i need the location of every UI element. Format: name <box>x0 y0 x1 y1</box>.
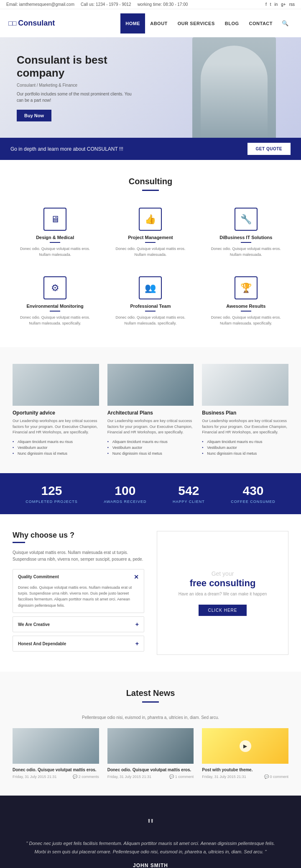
news-comments-1: 💬 1 comment <box>169 775 194 779</box>
consulting-pre: Get your <box>212 570 234 577</box>
portfolio-list-item: Aliquam tincidunt mauris eu risus <box>107 439 194 445</box>
buy-now-button[interactable]: Buy Now <box>17 110 51 121</box>
service-icon-1: 👍 <box>139 208 162 231</box>
nav-blog[interactable]: Blog <box>220 13 244 33</box>
social-rss[interactable]: rss <box>289 2 295 7</box>
service-item-2: 🔧 DiBusiness IT Solutions Donec odio. Qu… <box>204 203 288 262</box>
logo-text: Consulant <box>18 19 55 28</box>
accordion-header-0[interactable]: Quality Commitment ✕ <box>13 569 144 585</box>
service-name-3: Environmental Monitoring <box>17 304 93 309</box>
stat-label-1: Awards Received <box>104 500 146 504</box>
consulting-subtitle: Have an idea a dream? We can make it hap… <box>179 592 267 596</box>
stat-number-2: 542 <box>173 484 205 498</box>
portfolio-item-2: Business Plan Our Leadership workshops a… <box>202 364 288 456</box>
service-item-3: ⚙ Environmental Monitoring Donec odio. Q… <box>13 272 97 330</box>
nav-about[interactable]: About <box>145 13 173 33</box>
portfolio-list-0: Aliquam tincidunt mauris eu risusVestibu… <box>13 439 99 456</box>
service-divider-0 <box>50 242 60 243</box>
service-name-5: Awesome Results <box>208 304 284 309</box>
accordion-title-1: We Are Creative <box>18 622 50 627</box>
social-googleplus[interactable]: g+ <box>281 2 286 7</box>
news-section: Latest News Pellentesque odio nisi, euis… <box>0 672 301 796</box>
nav-contact[interactable]: Contact <box>244 13 278 33</box>
service-desc-3: Donec odio. Quisque volutpat mattis eros… <box>17 315 93 326</box>
news-meta-0: Friday, 31 July 2015 21:31 💬 2 comments <box>13 775 99 779</box>
nav-home[interactable]: Home <box>120 13 145 33</box>
why-section: Why choose us ? Quisque volutpat mattis … <box>0 514 301 672</box>
stat-number-1: 100 <box>104 484 146 498</box>
email-info: Email: iamthemesqueen@gmail.com <box>6 2 74 7</box>
logo[interactable]: □□ Consulant <box>8 19 55 28</box>
service-icon-4: 👥 <box>139 276 162 299</box>
portfolio-img-inner-1 <box>107 364 194 406</box>
stat-item-0: 125 Completed Projects <box>26 484 78 504</box>
service-item-1: 👍 Project Management Donec odio. Quisque… <box>108 203 193 262</box>
service-desc-2: Donec odio. Quisque volutpat mattis eros… <box>208 246 284 258</box>
service-divider-3 <box>50 311 60 312</box>
news-item-1: Donec odio. Quisque volutpat mattis eros… <box>107 728 194 779</box>
portfolio-list-item: Vestibulum auctor <box>13 445 99 451</box>
news-img-1 <box>107 728 194 764</box>
main-nav: Home About Our Services Blog Contact 🔍 <box>120 13 293 34</box>
search-icon[interactable]: 🔍 <box>278 13 293 34</box>
accordion-icon-1: + <box>135 621 139 628</box>
portfolio-list-item: Nunc dignissim risus id metus <box>107 451 194 456</box>
accordion-icon-2: + <box>135 640 139 647</box>
click-here-button[interactable]: Click Here <box>199 605 246 616</box>
accordion-item-2: Honest And Dependable + <box>13 636 144 652</box>
portfolio-list-item: Aliquam tincidunt mauris eu risus <box>202 439 288 445</box>
service-desc-5: Donec odio. Quisque volutpat mattis eros… <box>208 315 284 326</box>
accordion-item-0: Quality Commitment ✕ Donec odio. Quisque… <box>13 569 144 613</box>
consulting-divider <box>142 190 159 191</box>
accordion-header-2[interactable]: Honest And Dependable + <box>13 636 144 651</box>
service-name-1: Project Management <box>112 235 189 240</box>
service-name-0: Design & Medical <box>17 235 93 240</box>
news-date-1: Friday, 31 July 2015 21:31 <box>107 775 151 779</box>
news-comments-2: 💬 0 comment <box>264 775 288 779</box>
testimonial-text: " Donec nec justo eget felis facilisis f… <box>25 840 276 856</box>
stat-item-3: 430 Coffee Consumed <box>231 484 275 504</box>
portfolio-list-2: Aliquam tincidunt mauris eu risusVestibu… <box>202 439 288 456</box>
service-item-5: 🏆 Awesome Results Donec odio. Quisque vo… <box>204 272 288 330</box>
portfolio-list-item: Nunc dignissim risus id metus <box>13 451 99 456</box>
service-item-0: 🖥 Design & Medical Donec odio. Quisque v… <box>13 203 97 262</box>
accordion-title-0: Quality Commitment <box>18 574 59 579</box>
logo-icon: □□ <box>8 20 16 27</box>
news-title-1: Donec odio. Quisque volutpat mattis eros… <box>107 767 194 773</box>
accordion-header-1[interactable]: We Are Creative + <box>13 617 144 632</box>
stat-label-3: Coffee Consumed <box>231 500 275 504</box>
service-icon-0: 🖥 <box>43 208 66 231</box>
header: □□ Consulant Home About Our Services Blo… <box>0 9 301 37</box>
service-item-4: 👥 Professional Team Donec odio. Quisque … <box>108 272 193 330</box>
social-facebook[interactable]: f <box>265 2 267 7</box>
get-quote-button[interactable]: Get Quote <box>247 143 291 155</box>
services-grid: 🖥 Design & Medical Donec odio. Quisque v… <box>13 203 288 330</box>
stat-label-2: Happy Client <box>173 500 205 504</box>
quote-mark: " <box>25 816 276 833</box>
news-img-0 <box>13 728 99 764</box>
cta-bar: Go in depth and learn more about CONSULA… <box>0 138 301 160</box>
hero-content: Consulant is best company Consulant / Ma… <box>17 54 134 121</box>
news-description: Pellentesque odio nisi, euismod in, phar… <box>13 715 288 720</box>
accordion-item-1: We Are Creative + <box>13 616 144 632</box>
stat-item-2: 542 Happy Client <box>173 484 205 504</box>
phone-info: Call us: 1234 - 1979 - 9012 <box>81 2 131 7</box>
portfolio-img-inner-2 <box>202 364 288 406</box>
news-item-2: ▶ Post with youtube theme. Friday, 31 Ju… <box>202 728 288 779</box>
portfolio-desc-2: Our Leadership workshops are key critica… <box>202 418 288 435</box>
service-desc-4: Donec odio. Quisque volutpat mattis eros… <box>112 315 189 326</box>
news-comments-0: 💬 2 comments <box>73 775 99 779</box>
why-divider <box>13 542 25 543</box>
stat-number-0: 125 <box>26 484 78 498</box>
consulting-main-title: free consulting <box>190 577 256 590</box>
portfolio-title-2: Business Plan <box>202 410 288 416</box>
social-linkedin[interactable]: in <box>274 2 278 7</box>
service-name-4: Professional Team <box>112 304 189 309</box>
social-twitter[interactable]: t <box>270 2 271 7</box>
hero-breadcrumb: Consulant / Marketing & Finance <box>17 83 134 88</box>
play-button-2[interactable]: ▶ <box>240 740 251 752</box>
nav-services[interactable]: Our Services <box>173 13 220 33</box>
service-desc-0: Donec odio. Quisque volutpat mattis eros… <box>17 246 93 258</box>
top-bar: Email: iamthemesqueen@gmail.com Call us:… <box>0 0 301 9</box>
news-title: Latest News <box>13 688 288 698</box>
